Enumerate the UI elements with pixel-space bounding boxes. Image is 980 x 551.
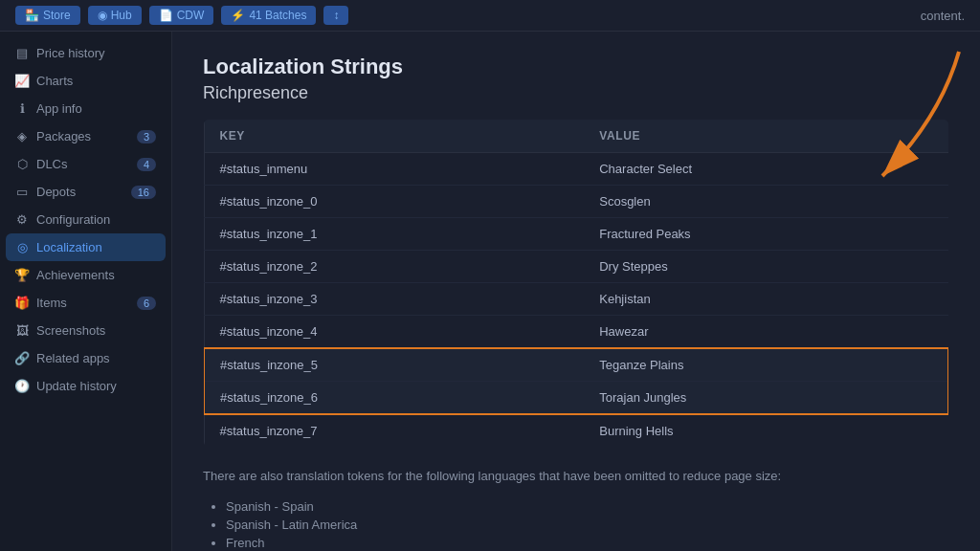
cell-key: #status_inzone_5 xyxy=(204,348,584,382)
sidebar-item-items[interactable]: 🎁 Items 6 xyxy=(0,289,171,317)
cell-key: #status_inzone_4 xyxy=(204,316,584,349)
sidebar-item-depots[interactable]: ▭ Depots 16 xyxy=(0,178,171,206)
store-icon: 🏪 xyxy=(25,9,39,22)
top-bar-right-text: content. xyxy=(921,9,965,23)
cell-key: #status_inzone_3 xyxy=(204,283,584,316)
footer-note: There are also translation tokens for th… xyxy=(203,467,949,486)
cdw-icon: 📄 xyxy=(159,9,173,22)
top-nav-pills: 🏪 Store ◉ Hub 📄 CDW ⚡ 41 Batches ↕ xyxy=(15,6,348,25)
packages-icon: ◈ xyxy=(15,130,29,143)
table-header-row: KEY VALUE xyxy=(204,120,948,153)
list-item: Spanish - Latin America xyxy=(226,516,949,534)
sidebar-item-charts[interactable]: 📈 Charts xyxy=(0,67,171,95)
section-title: Richpresence xyxy=(203,83,949,103)
page-title: Localization Strings xyxy=(203,55,949,79)
sidebar-item-achievements[interactable]: 🏆 Achievements xyxy=(0,261,171,289)
sidebar-item-price-history[interactable]: ▤ Price history xyxy=(0,39,171,67)
main-layout: ▤ Price history 📈 Charts ℹ App info ◈ Pa… xyxy=(0,32,980,551)
charts-icon: 📈 xyxy=(15,75,29,88)
table-row: #status_inzone_2Dry Steppes xyxy=(204,251,948,283)
cell-value: Kehjistan xyxy=(584,283,948,316)
nav-pill-store[interactable]: 🏪 Store xyxy=(15,6,80,25)
depots-badge: 16 xyxy=(131,186,156,199)
cell-value: Fractured Peaks xyxy=(584,218,948,251)
richpresence-table: KEY VALUE #status_inmenuCharacter Select… xyxy=(203,119,949,448)
sidebar-item-localization[interactable]: ◎ Localization xyxy=(6,233,166,261)
content-area: Localization Strings Richpresence KEY VA… xyxy=(172,32,980,551)
table-row: #status_inzone_5Teganze Plains xyxy=(204,348,948,382)
dlcs-icon: ⬡ xyxy=(15,158,29,171)
table-row: #status_inzone_4Hawezar xyxy=(204,316,948,349)
col-key-header: KEY xyxy=(204,120,584,153)
nav-pill-hub[interactable]: ◉ Hub xyxy=(88,6,142,25)
sidebar-item-configuration[interactable]: ⚙ Configuration xyxy=(0,206,171,233)
depots-icon: ▭ xyxy=(15,186,29,199)
localization-icon: ◎ xyxy=(15,241,29,254)
sidebar-item-packages[interactable]: ◈ Packages 3 xyxy=(0,122,171,150)
language-list: Spanish - SpainSpanish - Latin AmericaFr… xyxy=(203,497,949,552)
related-apps-icon: 🔗 xyxy=(15,352,29,365)
cell-key: #status_inmenu xyxy=(204,153,584,186)
table-row: #status_inzone_1Fractured Peaks xyxy=(204,218,948,251)
cell-key: #status_inzone_2 xyxy=(204,251,584,283)
sidebar-item-app-info[interactable]: ℹ App info xyxy=(0,95,171,122)
price-history-icon: ▤ xyxy=(15,47,29,60)
cell-key: #status_inzone_7 xyxy=(204,414,584,448)
cell-value: Teganze Plains xyxy=(584,348,948,382)
col-value-header: VALUE xyxy=(584,120,948,153)
cell-value: Hawezar xyxy=(584,316,948,349)
table-row: #status_inzone_6Torajan Jungles xyxy=(204,382,948,415)
sidebar: ▤ Price history 📈 Charts ℹ App info ◈ Pa… xyxy=(0,32,172,551)
list-item: Spanish - Spain xyxy=(226,497,949,516)
packages-badge: 3 xyxy=(137,130,156,143)
cell-key: #status_inzone_6 xyxy=(204,382,584,415)
update-history-icon: 🕐 xyxy=(15,380,29,393)
sidebar-item-update-history[interactable]: 🕐 Update history xyxy=(0,372,171,400)
configuration-icon: ⚙ xyxy=(15,213,29,227)
sidebar-item-screenshots[interactable]: 🖼 Screenshots xyxy=(0,317,171,344)
sidebar-item-dlcs[interactable]: ⬡ DLCs 4 xyxy=(0,150,171,178)
screenshots-icon: 🖼 xyxy=(15,324,29,338)
app-info-icon: ℹ xyxy=(15,102,29,116)
cell-value: Scosglen xyxy=(584,186,948,218)
nav-pill-batches[interactable]: ⚡ 41 Batches xyxy=(221,6,316,25)
nav-pill-cdw[interactable]: 📄 CDW xyxy=(149,6,214,25)
items-badge: 6 xyxy=(137,297,156,310)
cell-value: Dry Steppes xyxy=(584,251,948,283)
cell-value: Burning Hells xyxy=(584,414,948,448)
items-icon: 🎁 xyxy=(15,297,29,310)
table-row: #status_inzone_3Kehjistan xyxy=(204,283,948,316)
extra-icon: ↕ xyxy=(333,9,339,22)
table-row: #status_inmenuCharacter Select xyxy=(204,153,948,186)
table-wrapper: KEY VALUE #status_inmenuCharacter Select… xyxy=(203,119,949,448)
table-row: #status_inzone_0Scosglen xyxy=(204,186,948,218)
table-row: #status_inzone_7Burning Hells xyxy=(204,414,948,448)
achievements-icon: 🏆 xyxy=(15,269,29,282)
top-bar: 🏪 Store ◉ Hub 📄 CDW ⚡ 41 Batches ↕ conte… xyxy=(0,0,980,32)
cell-key: #status_inzone_0 xyxy=(204,186,584,218)
hub-icon: ◉ xyxy=(98,9,107,22)
batches-icon: ⚡ xyxy=(231,9,245,22)
cell-key: #status_inzone_1 xyxy=(204,218,584,251)
cell-value: Character Select xyxy=(584,153,948,186)
dlcs-badge: 4 xyxy=(137,158,156,171)
sidebar-item-related-apps[interactable]: 🔗 Related apps xyxy=(0,344,171,372)
nav-pill-extra[interactable]: ↕ xyxy=(323,6,348,25)
list-item: French xyxy=(226,534,949,552)
cell-value: Torajan Jungles xyxy=(584,382,948,415)
